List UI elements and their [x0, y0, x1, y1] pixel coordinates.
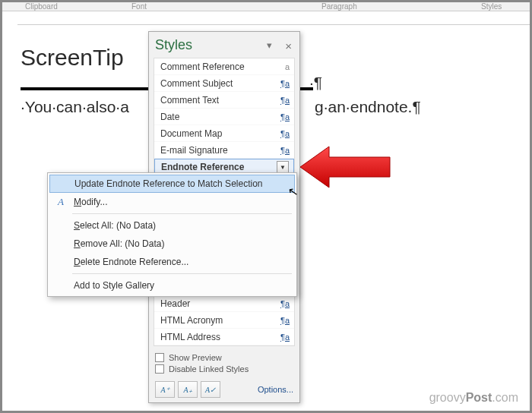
body-text-left: ·You·can·also·a	[21, 98, 129, 116]
styles-pane-footer: Show Preview Disable Linked Styles A⁺ A₊…	[149, 346, 299, 402]
styles-list-top: Comment Referencea Comment Subject¶a Com…	[154, 58, 295, 176]
style-item[interactable]: HTML Address¶a	[154, 329, 294, 345]
menu-delete[interactable]: Delete Endnote Reference...	[49, 253, 295, 271]
style-item[interactable]: E-mail Signature¶a	[154, 142, 294, 159]
style-item[interactable]: HTML Acronym¶a	[154, 312, 294, 329]
styles-pane-title: Styles	[155, 37, 192, 53]
show-preview-checkbox[interactable]: Show Preview	[155, 353, 293, 362]
menu-add-to-gallery[interactable]: Add to Style Gallery	[49, 276, 295, 295]
new-style-icon[interactable]: A⁺	[155, 381, 175, 398]
style-item[interactable]: Document Map¶a	[154, 125, 294, 142]
ribbon-section-labels: Clipboard Font Paragraph Styles	[2, 2, 530, 11]
menu-select-all[interactable]: Select All: (No Data)	[49, 216, 295, 235]
close-icon[interactable]: ×	[285, 39, 292, 52]
style-item[interactable]: Comment Text¶a	[154, 92, 294, 109]
style-item[interactable]: Header¶a	[154, 295, 294, 312]
style-inspector-icon[interactable]: A₊	[178, 381, 198, 398]
style-item[interactable]: Comment Referencea	[154, 58, 294, 75]
options-link[interactable]: Options...	[258, 385, 293, 394]
body-text-right: g·an·endnote.¶	[315, 98, 421, 116]
modify-icon: A	[54, 196, 68, 208]
watermark: groovyPost.com	[429, 391, 518, 405]
style-item[interactable]: Comment Subject¶a	[154, 75, 294, 92]
pilcrow: ·¶	[309, 74, 322, 92]
horizontal-ruler[interactable]	[17, 11, 530, 25]
pane-options-icon[interactable]: ▾	[267, 39, 272, 51]
style-dropdown-icon[interactable]: ▼	[277, 161, 289, 173]
menu-remove-all[interactable]: Remove All: (No Data)	[49, 235, 295, 253]
style-context-menu: Update Endnote Reference to Match Select…	[47, 172, 297, 297]
style-item[interactable]: Date¶a	[154, 109, 294, 125]
disable-linked-checkbox[interactable]: Disable Linked Styles	[155, 364, 293, 374]
menu-separator	[72, 273, 292, 274]
menu-update-to-match[interactable]: Update Endnote Reference to Match Select…	[49, 175, 295, 193]
styles-pane-header[interactable]: Styles ▾ ×	[149, 32, 299, 58]
manage-styles-icon[interactable]: A✓	[201, 381, 220, 398]
menu-modify[interactable]: AModify...	[49, 193, 295, 211]
menu-separator	[72, 213, 292, 214]
